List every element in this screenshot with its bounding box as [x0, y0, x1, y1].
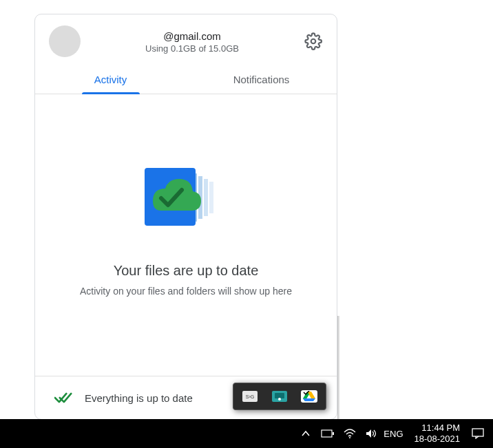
popup-drop-shadow — [337, 316, 340, 419]
action-center-button[interactable] — [467, 428, 489, 439]
svg-point-16 — [349, 437, 350, 438]
volume-indicator[interactable] — [364, 426, 379, 441]
hero-title: Your files are up to date — [114, 263, 259, 279]
tray-expand-button[interactable] — [298, 426, 313, 441]
google-drive-icon — [302, 391, 316, 402]
svg-text:S›G: S›G — [246, 394, 254, 399]
language-indicator[interactable]: ENG — [379, 429, 407, 439]
wifi-indicator[interactable] — [342, 426, 357, 441]
activity-content: Your files are up to date Activity on yo… — [35, 94, 337, 376]
recorder-icon: S›G — [242, 391, 258, 402]
svg-rect-4 — [209, 182, 213, 213]
windows-taskbar: ENG 11:44 PM 18-08-2021 — [0, 419, 493, 448]
tab-notifications-label: Notifications — [233, 74, 290, 85]
svg-marker-17 — [366, 429, 371, 438]
wifi-icon — [344, 429, 356, 438]
svg-point-10 — [278, 398, 281, 401]
svg-rect-14 — [322, 430, 332, 437]
svg-rect-9 — [275, 393, 284, 398]
tray-app-drive[interactable] — [301, 390, 317, 403]
chevron-up-icon — [301, 429, 311, 438]
clock-time: 11:44 PM — [415, 423, 461, 434]
cloud-sync-icon — [138, 160, 234, 235]
popup-header: @gmail.com Using 0.1GB of 15.0GB — [35, 14, 337, 64]
settings-button[interactable] — [304, 32, 323, 51]
battery-indicator[interactable] — [320, 426, 335, 441]
avatar[interactable] — [49, 25, 81, 57]
speaker-icon — [366, 429, 378, 438]
account-email: @gmail.com — [81, 30, 304, 42]
svg-marker-13 — [303, 398, 315, 401]
clock-date: 18-08-2021 — [415, 434, 461, 445]
touchpad-icon — [272, 391, 287, 402]
battery-icon — [321, 429, 335, 438]
clock[interactable]: 11:44 PM 18-08-2021 — [408, 423, 468, 444]
tab-activity-label: Activity — [94, 74, 127, 85]
svg-rect-3 — [204, 179, 208, 216]
hero-illustration — [138, 160, 234, 235]
svg-point-0 — [311, 39, 316, 44]
notification-icon — [472, 428, 484, 439]
tab-activity[interactable]: Activity — [35, 64, 186, 94]
tray-app-touchpad[interactable] — [271, 390, 288, 403]
hero-subtitle: Activity on your files and folders will … — [80, 286, 292, 297]
account-info: @gmail.com Using 0.1GB of 15.0GB — [81, 30, 304, 54]
account-storage: Using 0.1GB of 15.0GB — [81, 43, 304, 54]
status-text: Everything is up to date — [85, 392, 193, 404]
svg-rect-18 — [472, 429, 483, 436]
gear-icon — [304, 32, 322, 50]
tab-bar: Activity Notifications — [35, 64, 337, 94]
double-check-icon — [54, 392, 72, 404]
language-label: ENG — [384, 429, 403, 439]
tray-overflow: S›G — [233, 383, 326, 410]
drive-popup: @gmail.com Using 0.1GB of 15.0GB Activit… — [34, 14, 337, 420]
tab-notifications[interactable]: Notifications — [186, 64, 337, 94]
tray-app-recorder[interactable]: S›G — [242, 390, 258, 403]
svg-rect-15 — [333, 432, 334, 435]
